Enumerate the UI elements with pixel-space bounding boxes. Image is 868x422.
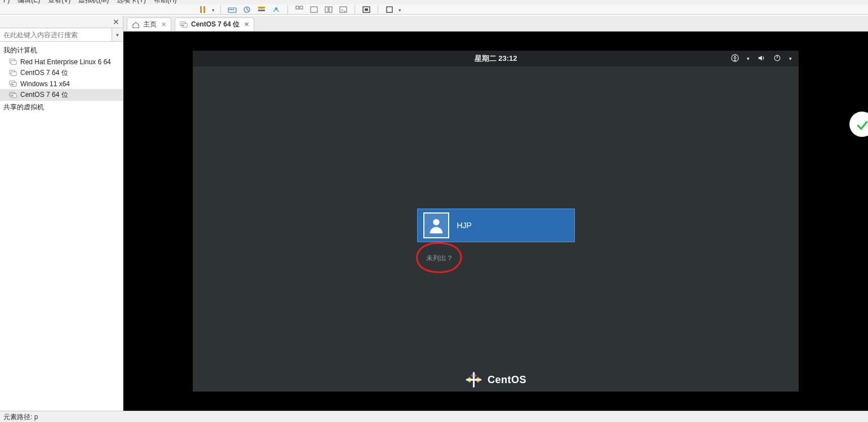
menu-file[interactable]: F)	[3, 0, 10, 3]
svg-point-30	[734, 56, 736, 57]
accessibility-icon[interactable]	[731, 54, 739, 64]
close-icon[interactable]: ✕	[244, 21, 249, 28]
svg-rect-14	[329, 7, 332, 12]
vm-icon	[9, 69, 17, 77]
group-my-computer[interactable]: 我的计算机	[0, 44, 123, 57]
avatar	[423, 212, 449, 238]
library-sidebar: ✕ ▾ 我的计算机 Red Hat Enterprise Linux 6 64 …	[0, 16, 123, 411]
menu-tabs[interactable]: 选项卡(T)	[117, 0, 145, 3]
tab-label: CentOS 7 64 位	[191, 20, 240, 29]
svg-rect-11	[300, 6, 303, 9]
svg-rect-1	[203, 6, 205, 13]
centos-brand: CentOS	[465, 371, 526, 388]
tab-centos[interactable]: CentOS 7 64 位 ✕	[175, 17, 254, 31]
menu-edit[interactable]: 编辑(E)	[17, 0, 40, 3]
gnome-top-bar: 星期二 23:12 ▾ ▾	[193, 51, 799, 66]
svg-rect-18	[387, 7, 392, 12]
svg-rect-39	[472, 372, 474, 388]
vm-label: CentOS 7 64 位	[20, 68, 68, 78]
vm-item-windows11[interactable]: Windows 11 x64	[0, 79, 123, 89]
dropdown-caret-icon[interactable]: ▾	[398, 7, 401, 13]
vm-running-icon	[180, 21, 188, 29]
vm-running-icon	[9, 91, 17, 99]
vm-console-outer: 星期二 23:12 ▾ ▾ HJP	[123, 32, 868, 411]
menu-help[interactable]: 帮助(H)	[154, 0, 177, 3]
usb-icon[interactable]	[271, 5, 282, 14]
volume-icon[interactable]	[758, 54, 765, 64]
search-input[interactable]	[0, 28, 112, 41]
sidebar-header: ✕	[0, 16, 123, 28]
floating-check-badge[interactable]	[849, 112, 868, 137]
status-bar: 元素路径: p	[0, 411, 868, 422]
pause-icon[interactable]	[197, 5, 209, 14]
group-shared-vms[interactable]: 共享的虚拟机	[0, 101, 123, 114]
vm-running-icon	[9, 80, 17, 88]
close-icon[interactable]: ✕	[161, 21, 166, 28]
centos-brand-label: CentOS	[488, 374, 526, 386]
svg-rect-5	[233, 9, 234, 10]
library-tree: 我的计算机 Red Hat Enterprise Linux 6 64 Cent…	[0, 42, 123, 116]
vm-label: Windows 11 x64	[20, 80, 70, 88]
svg-rect-13	[325, 7, 328, 12]
power-icon[interactable]	[773, 54, 781, 64]
svg-point-33	[433, 219, 439, 225]
user-icon	[427, 216, 446, 235]
dropdown-caret-icon[interactable]: ▾	[212, 7, 215, 13]
send-keys-icon[interactable]	[227, 5, 238, 14]
snapshot-icon[interactable]	[241, 5, 253, 14]
svg-rect-15	[340, 7, 347, 12]
svg-rect-0	[200, 6, 202, 13]
host-toolbar: ▾ ▾	[0, 5, 868, 15]
vm-item-centos-1[interactable]: CentOS 7 64 位	[0, 67, 123, 79]
tab-label: 主页	[143, 20, 157, 29]
guest-screen[interactable]: 星期二 23:12 ▾ ▾ HJP	[193, 51, 799, 392]
centos-logo-icon	[465, 371, 482, 388]
unity-icon[interactable]	[294, 5, 305, 14]
menu-vm[interactable]: 虚拟机(M)	[78, 0, 109, 3]
svg-rect-22	[11, 72, 17, 75]
menu-view[interactable]: 查看(V)	[48, 0, 70, 3]
vm-label: CentOS 7 64 位	[20, 90, 68, 100]
stretch-icon[interactable]	[384, 5, 395, 14]
username-label: HJP	[457, 221, 472, 230]
status-text: 元素路径: p	[3, 412, 38, 422]
clock-label[interactable]: 星期二 23:12	[475, 54, 517, 64]
not-listed-link[interactable]: 未列出？	[426, 254, 453, 263]
svg-rect-12	[311, 7, 317, 12]
svg-rect-20	[11, 60, 17, 64]
search-dropdown-icon[interactable]: ▾	[112, 28, 123, 41]
svg-rect-17	[365, 8, 368, 11]
chevron-down-icon[interactable]: ▾	[789, 56, 792, 61]
login-user-tile[interactable]: HJP	[417, 208, 575, 242]
svg-rect-8	[258, 10, 265, 11]
chevron-down-icon[interactable]: ▾	[747, 56, 750, 61]
vm-label: Red Hat Enterprise Linux 6 64	[20, 58, 111, 66]
svg-rect-10	[296, 6, 299, 9]
vm-item-rhel[interactable]: Red Hat Enterprise Linux 6 64	[0, 57, 123, 67]
view-split-icon[interactable]	[323, 5, 334, 14]
snapshot-manager-icon[interactable]	[256, 5, 267, 14]
tab-bar: 主页 ✕ CentOS 7 64 位 ✕	[123, 16, 868, 32]
right-column: 主页 ✕ CentOS 7 64 位 ✕ 星期二 23:12 ▾	[123, 16, 868, 411]
svg-point-9	[275, 7, 277, 10]
svg-rect-4	[231, 9, 232, 10]
home-icon	[132, 21, 140, 29]
svg-rect-7	[258, 7, 265, 8]
close-icon[interactable]: ✕	[113, 17, 119, 26]
tab-home[interactable]: 主页 ✕	[127, 17, 171, 31]
svg-rect-3	[229, 9, 231, 10]
vm-item-centos-2[interactable]: CentOS 7 64 位	[0, 89, 123, 101]
sidebar-search: ▾	[0, 28, 123, 42]
view-console-icon[interactable]	[338, 5, 349, 14]
check-icon	[855, 117, 869, 132]
vm-icon	[9, 58, 17, 66]
view-single-icon[interactable]	[308, 5, 320, 14]
fullscreen-icon[interactable]	[361, 5, 372, 14]
